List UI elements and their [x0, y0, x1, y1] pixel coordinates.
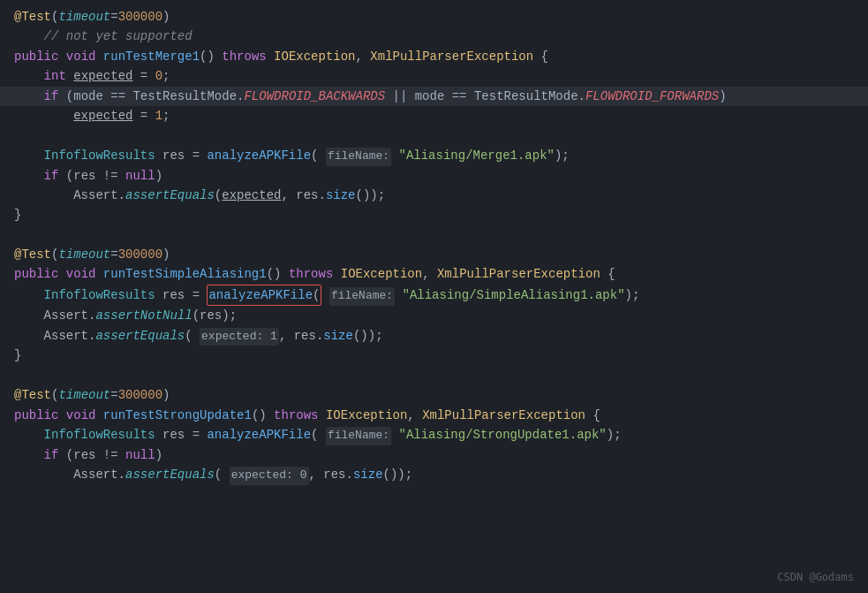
line-infoflow-res-2: InfoflowResults res = analyzeAPKFile( fi…	[0, 285, 868, 306]
watermark: CSDN @Godams	[777, 569, 854, 586]
line-assert-equals-1: Assert.assertEquals(expected, res.size()…	[0, 186, 868, 205]
line-if-mode: 💡 if (mode == TestResultMode.FLOWDROID_B…	[0, 87, 868, 106]
line-expected-1: expected = 1;	[0, 106, 868, 125]
empty-line-1	[0, 125, 868, 145]
empty-line-3	[0, 366, 868, 385]
line-infofow-res-1: InfoflowResults res = analyzeAPKFile( fi…	[0, 146, 868, 166]
code-editor: @Test(timeout=300000) // not yet support…	[0, 0, 868, 492]
line-method-sig-2: public void runTestSimpleAliasing1() thr…	[0, 264, 868, 284]
line-close-brace-1: }	[0, 205, 868, 224]
annotation-text-2: @Test	[14, 245, 51, 264]
red-box-highlight: analyzeAPKFile(	[207, 285, 321, 306]
line-annotation-1: @Test(timeout=300000)	[0, 7, 868, 27]
line-assert-equals-3: Assert.assertEquals( expected: 0, res.si…	[0, 465, 868, 485]
line-assert-equals-2: Assert.assertEquals( expected: 1, res.si…	[0, 326, 868, 346]
annotation-text: @Test	[14, 7, 51, 27]
line-method-sig-3: public void runTestStrongUpdate1() throw…	[0, 406, 868, 425]
line-method-sig-1: public void runTestMerge1() throws IOExc…	[0, 47, 868, 66]
line-assert-notnull: Assert.assertNotNull(res);	[0, 306, 868, 325]
empty-line-2	[0, 225, 868, 245]
line-comment-1: // not yet supported	[0, 27, 868, 46]
line-int-expected: int expected = 0;	[0, 66, 868, 86]
line-if-res-null-1: if (res != null)	[0, 166, 868, 186]
line-annotation-3: @Test(timeout=300000)	[0, 385, 868, 405]
line-close-brace-2: }	[0, 346, 868, 365]
line-annotation-2: @Test(timeout=300000)	[0, 245, 868, 264]
line-infoflow-res-3: InfoflowResults res = analyzeAPKFile( fi…	[0, 425, 868, 445]
line-if-res-null-3: if (res != null)	[0, 445, 868, 465]
annotation-text-3: @Test	[14, 385, 51, 405]
